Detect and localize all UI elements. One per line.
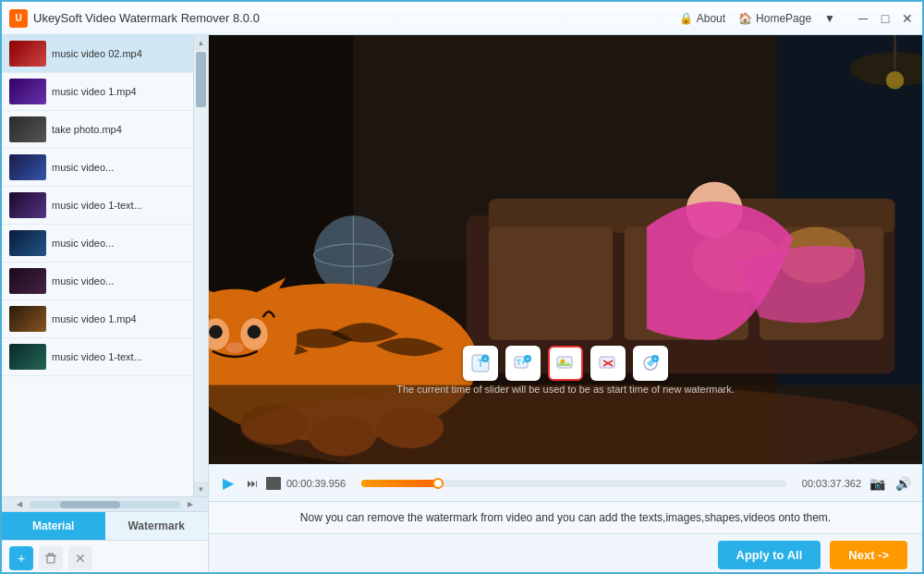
file-name: music video 1-text... (52, 200, 186, 211)
list-item[interactable]: music video 02.mp4 (2, 35, 193, 73)
time-end: 00:03:37.362 (792, 478, 861, 489)
home-icon: 🏠 (738, 12, 752, 25)
seek-progress (361, 480, 438, 487)
add-shape-icon: + (640, 353, 661, 373)
svg-point-29 (225, 342, 244, 353)
panel-tabs: Material Watermark (2, 511, 208, 540)
list-item[interactable]: music video... (2, 263, 193, 300)
scroll-left-arrow[interactable]: ◀ (17, 500, 30, 508)
svg-point-28 (248, 325, 261, 339)
file-thumbnail (9, 79, 46, 104)
video-toolbar: T + T+ + (463, 346, 668, 381)
svg-text:+: + (526, 356, 529, 362)
svg-rect-0 (47, 556, 55, 563)
info-area: Now you can remove the watermark from vi… (209, 501, 922, 533)
scroll-right-arrow[interactable]: ▶ (180, 500, 193, 508)
list-item[interactable]: music video 1.mp4 (2, 73, 193, 111)
next-button[interactable]: Next -> (830, 541, 907, 569)
title-right: 🔒 About 🏠 HomePage ▼ ─ □ ✕ (679, 11, 915, 26)
scroll-up-arrow[interactable]: ▲ (194, 35, 209, 50)
svg-text:+: + (483, 356, 487, 362)
video-area: T + T+ + (209, 35, 922, 464)
bottom-bar: Apply to All Next -> (209, 533, 922, 574)
tab-watermark[interactable]: Watermark (105, 512, 209, 540)
file-thumbnail (9, 154, 46, 180)
add-image-text-icon: T+ + (513, 353, 533, 373)
file-name: music video 1-text... (52, 351, 186, 362)
play-button[interactable]: ▶ (218, 473, 238, 494)
file-thumbnail (9, 192, 46, 218)
file-list: music video 02.mp4 music video 1.mp4 tak… (2, 35, 193, 376)
svg-text:+: + (653, 356, 657, 362)
list-item[interactable]: take photo.mp4 (2, 111, 193, 149)
add-media-button[interactable] (548, 346, 583, 381)
step-forward-button[interactable]: ⏭ (244, 475, 261, 492)
trash-icon (44, 552, 57, 565)
info-text: Now you can remove the watermark from vi… (227, 511, 904, 524)
file-thumbnail (9, 41, 46, 67)
remove-watermark-icon (598, 353, 618, 373)
horizontal-scrollbar[interactable]: ◀ ▶ (2, 496, 208, 511)
add-image-text-button[interactable]: T+ + (505, 346, 541, 381)
svg-point-27 (209, 325, 223, 339)
file-thumbnail (9, 116, 46, 142)
about-label: About (697, 12, 725, 25)
remove-button[interactable]: ✕ (68, 546, 92, 570)
video-scene: T + T+ + (209, 35, 922, 464)
screenshot-button[interactable]: 📷 (867, 473, 887, 494)
volume-button[interactable]: 🔊 (893, 473, 913, 494)
time-hint: The current time of slider will be used … (396, 384, 735, 395)
playback-controls: ▶ ⏭ 00:00:39.956 00:03:37.362 📷 🔊 (209, 464, 922, 501)
homepage-nav[interactable]: 🏠 HomePage (738, 12, 811, 25)
file-list-container: music video 02.mp4 music video 1.mp4 tak… (2, 35, 208, 496)
svg-rect-17 (489, 227, 613, 340)
left-panel: music video 02.mp4 music video 1.mp4 tak… (2, 35, 209, 574)
add-button[interactable]: + (9, 546, 33, 570)
dropdown-nav[interactable]: ▼ (824, 12, 835, 25)
add-shape-button[interactable]: + (633, 346, 668, 381)
stop-button[interactable] (266, 477, 281, 490)
file-thumbnail (9, 306, 46, 332)
app-title: UkeySoft Video Watermark Remover 8.0.0 (33, 11, 260, 25)
horiz-scroll-thumb (60, 501, 120, 508)
tab-material[interactable]: Material (2, 512, 105, 540)
file-name: take photo.mp4 (52, 124, 186, 135)
add-text-button[interactable]: T + (463, 346, 498, 381)
time-hint-text: The current time of slider will be used … (396, 384, 735, 395)
horiz-scroll-track[interactable] (30, 501, 180, 508)
list-item[interactable]: music video... (2, 225, 193, 263)
list-item[interactable]: music video 1.mp4 (2, 300, 193, 338)
list-item[interactable]: music video 1-text... (2, 187, 193, 225)
chevron-down-icon: ▼ (824, 12, 835, 25)
file-name: music video... (52, 238, 186, 249)
apply-to-all-button[interactable]: Apply to All (718, 541, 821, 569)
minimize-button[interactable]: ─ (856, 11, 870, 26)
scroll-track[interactable] (194, 50, 208, 482)
scroll-down-arrow[interactable]: ▼ (194, 482, 209, 496)
list-item[interactable]: music video 1-text... (2, 338, 193, 376)
file-thumbnail (9, 268, 46, 294)
panel-actions: + ✕ (2, 540, 208, 574)
seek-bar[interactable] (361, 480, 786, 487)
file-name: music video 1.mp4 (52, 313, 186, 324)
add-text-icon: T + (470, 353, 491, 373)
file-name: music video 1.mp4 (52, 86, 186, 97)
delete-button[interactable] (39, 546, 63, 570)
main-layout: music video 02.mp4 music video 1.mp4 tak… (2, 35, 922, 574)
remove-watermark-button[interactable] (590, 346, 626, 381)
file-name: music video... (52, 275, 186, 287)
vertical-scrollbar[interactable]: ▲ ▼ (193, 35, 208, 496)
file-thumbnail (9, 230, 46, 256)
restore-button[interactable]: □ (878, 11, 893, 26)
add-media-icon (555, 353, 576, 373)
lock-icon: 🔒 (679, 12, 693, 25)
home-label: HomePage (756, 12, 811, 25)
file-thumbnail (9, 344, 46, 370)
list-item[interactable]: music video... (2, 149, 193, 187)
close-button[interactable]: ✕ (900, 11, 915, 26)
app-logo: U (9, 9, 28, 28)
about-nav[interactable]: 🔒 About (679, 12, 725, 25)
video-content (209, 35, 922, 464)
seek-thumb[interactable] (432, 478, 444, 489)
scroll-thumb[interactable] (196, 52, 206, 107)
